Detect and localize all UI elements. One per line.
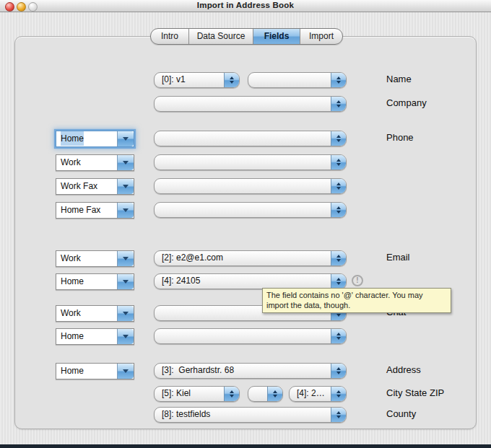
email-type-combo-1[interactable]: Work xyxy=(56,250,134,267)
down-arrow-icon xyxy=(230,395,234,398)
combo-value: Home Fax xyxy=(56,203,117,218)
combo-value: Work Fax xyxy=(56,179,117,194)
combo-value: Work xyxy=(56,155,117,170)
down-arrow-icon xyxy=(336,282,341,285)
chevron-down-icon xyxy=(123,280,129,284)
phone-label: Phone xyxy=(386,132,414,144)
combo-dropdown-button[interactable] xyxy=(117,364,134,379)
phone-type-combo-3[interactable]: Work Fax xyxy=(56,178,134,195)
down-arrow-icon xyxy=(336,163,341,166)
chevron-down-icon xyxy=(123,257,129,260)
name-source-popup-2[interactable] xyxy=(248,72,347,88)
chevron-down-icon xyxy=(123,161,129,164)
down-arrow-icon xyxy=(336,105,341,107)
popup-arrows-button xyxy=(331,179,346,193)
up-arrow-icon xyxy=(336,100,341,103)
down-arrow-icon xyxy=(336,416,341,418)
up-arrow-icon xyxy=(336,333,341,335)
city-source-popup[interactable]: [5]: Kiel xyxy=(154,386,240,402)
combo-dropdown-button[interactable] xyxy=(117,329,134,344)
down-arrow-icon xyxy=(336,81,341,84)
company-label: Company xyxy=(386,97,427,109)
phone-type-combo-2[interactable]: Work xyxy=(56,154,134,171)
combo-dropdown-button[interactable] xyxy=(117,203,134,218)
down-arrow-icon xyxy=(336,395,341,398)
combo-value: Home xyxy=(56,131,117,146)
phone-source-popup-4[interactable] xyxy=(154,202,347,218)
chat-type-combo-2[interactable]: Home xyxy=(56,328,134,345)
popup-arrows-button xyxy=(331,203,346,217)
up-arrow-icon xyxy=(336,159,341,162)
combo-value: Work xyxy=(56,306,117,321)
state-source-popup[interactable] xyxy=(248,386,283,402)
up-arrow-icon xyxy=(230,76,234,79)
down-arrow-icon xyxy=(336,372,341,374)
chevron-down-icon xyxy=(123,312,129,315)
warning-icon: ! xyxy=(352,275,363,286)
tab-intro[interactable]: Intro xyxy=(151,29,188,44)
popup-value: [8]: testfields xyxy=(155,408,331,422)
window: Import in Address Book Intro Data Source… xyxy=(0,0,491,448)
combo-value: Home xyxy=(56,364,117,379)
titlebar[interactable]: Import in Address Book xyxy=(0,0,491,12)
chat-source-popup-2[interactable] xyxy=(154,328,347,344)
name-source-popup-1[interactable]: [0]: v1 xyxy=(154,72,240,88)
up-arrow-icon xyxy=(336,278,341,281)
company-source-popup[interactable] xyxy=(154,96,347,112)
up-arrow-icon xyxy=(336,367,341,370)
email-label: Email xyxy=(386,252,410,263)
combo-dropdown-button[interactable] xyxy=(117,274,134,289)
down-arrow-icon xyxy=(336,187,341,190)
email-source-popup-1[interactable]: [2]: e2@e1.com xyxy=(154,250,347,266)
popup-value xyxy=(248,73,331,87)
phone-source-popup-3[interactable] xyxy=(154,178,347,194)
combo-dropdown-button[interactable] xyxy=(117,131,134,146)
down-arrow-icon xyxy=(336,211,341,214)
popup-arrows-button xyxy=(331,251,346,265)
combo-dropdown-button[interactable] xyxy=(117,306,134,321)
phone-type-combo-1[interactable]: Home xyxy=(56,131,134,147)
popup-value xyxy=(155,329,331,343)
email-type-combo-2[interactable]: Home xyxy=(56,273,134,290)
chevron-down-icon xyxy=(123,137,129,141)
phone-type-combo-4[interactable]: Home Fax xyxy=(56,202,134,219)
down-arrow-icon xyxy=(336,139,341,142)
up-arrow-icon xyxy=(230,390,234,393)
tab-data-source[interactable]: Data Source xyxy=(188,29,253,44)
phone-source-popup-1[interactable] xyxy=(154,131,347,146)
phone-source-popup-2[interactable] xyxy=(154,154,347,170)
tab-import[interactable]: Import xyxy=(300,29,342,44)
email-source-popup-2[interactable]: [4]: 24105 xyxy=(154,273,347,289)
popup-value: [3]: Gerhardstr. 68 xyxy=(155,364,331,378)
window-title: Import in Address Book xyxy=(0,1,491,9)
up-arrow-icon xyxy=(336,411,341,414)
tab-fields[interactable]: Fields xyxy=(253,29,300,44)
popup-arrows-button xyxy=(331,73,346,87)
up-arrow-icon xyxy=(273,390,277,393)
down-arrow-icon xyxy=(336,314,341,317)
desktop-edge xyxy=(0,444,491,448)
up-arrow-icon xyxy=(336,135,341,138)
popup-arrows-button xyxy=(331,364,346,378)
combo-dropdown-button[interactable] xyxy=(117,179,134,194)
popup-arrows-button xyxy=(267,387,282,401)
popup-value: [4]: 2… xyxy=(290,387,331,401)
address-source-popup[interactable]: [3]: Gerhardstr. 68 xyxy=(154,363,347,379)
popup-value xyxy=(155,155,331,170)
county-source-popup[interactable]: [8]: testfields xyxy=(154,407,347,423)
zip-source-popup[interactable]: [4]: 2… xyxy=(289,386,347,402)
popup-arrows-button xyxy=(224,73,239,87)
popup-value: [0]: v1 xyxy=(155,73,224,87)
popup-value xyxy=(155,97,331,111)
combo-dropdown-button[interactable] xyxy=(117,251,134,266)
chat-type-combo-1[interactable]: Work xyxy=(56,305,134,322)
address-label: Address xyxy=(386,364,421,376)
tab-bar: Intro Data Source Fields Import xyxy=(150,28,343,45)
address-type-combo[interactable]: Home xyxy=(56,363,134,379)
combo-dropdown-button[interactable] xyxy=(117,155,134,170)
chevron-down-icon xyxy=(123,208,129,212)
tooltip: The field contains no '@' character. You… xyxy=(262,288,451,313)
combo-value: Work xyxy=(56,251,117,266)
chevron-down-icon xyxy=(123,369,129,373)
popup-arrows-button xyxy=(331,387,346,401)
